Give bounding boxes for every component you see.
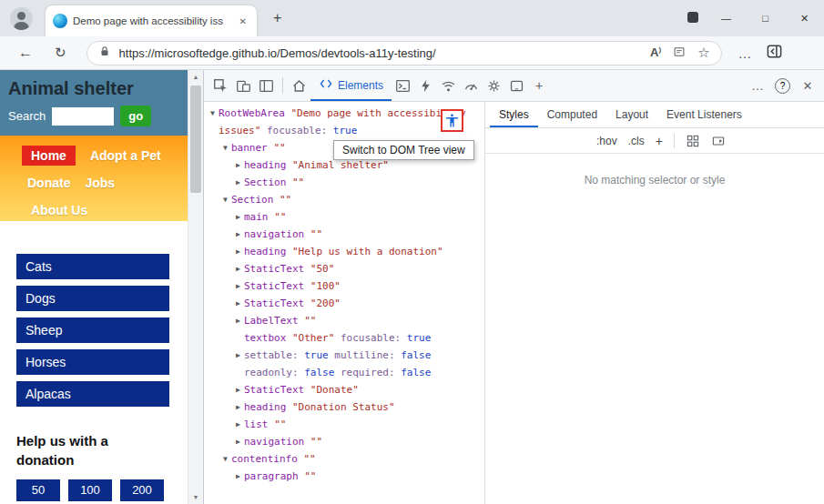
browser-settings-more-icon[interactable]: …: [738, 45, 753, 61]
welcome-tab-home-icon[interactable]: [288, 74, 310, 97]
browser-essentials-icon[interactable]: [679, 10, 707, 26]
donation-amount-100[interactable]: 100: [68, 479, 112, 501]
page-header: Animal shelter Search go: [0, 70, 188, 136]
new-tab-button[interactable]: +: [268, 8, 287, 28]
favorites-star-icon[interactable]: ☆: [697, 45, 709, 61]
page-scrollbar[interactable]: ▲ ▼: [188, 70, 203, 504]
category-button-alpacas[interactable]: Alpacas: [16, 381, 169, 407]
devtools-close-icon[interactable]: ✕: [797, 79, 819, 93]
a11y-tree-node[interactable]: ▶LabelText "": [204, 312, 484, 329]
new-style-rule-button[interactable]: +: [656, 134, 663, 148]
donation-amount-200[interactable]: 200: [120, 479, 164, 501]
category-button-horses[interactable]: Horses: [16, 349, 169, 375]
devices-icon[interactable]: [505, 74, 528, 97]
immersive-reader-icon[interactable]: [673, 45, 686, 61]
back-button[interactable]: ←: [18, 45, 33, 61]
expander-closed-icon[interactable]: ▶: [233, 398, 243, 416]
expander-closed-icon[interactable]: ▶: [233, 312, 243, 329]
a11y-tree-node[interactable]: ▶Section "": [204, 174, 484, 191]
nav-link-adopt-a-pet[interactable]: Adopt a Pet: [90, 148, 161, 163]
tab-close-icon[interactable]: ✕: [237, 15, 249, 28]
expander-closed-icon[interactable]: ▶: [233, 347, 243, 364]
devtools-help-icon[interactable]: ?: [775, 78, 790, 94]
expander-closed-icon[interactable]: ▶: [233, 156, 243, 174]
profile-avatar[interactable]: [10, 7, 33, 30]
a11y-tree-node[interactable]: ▶StaticText "50": [204, 260, 484, 277]
a11y-tree-node[interactable]: ▶StaticText "200": [204, 295, 484, 312]
expander-closed-icon[interactable]: ▶: [233, 468, 243, 485]
nav-link-jobs[interactable]: Jobs: [85, 176, 115, 190]
read-aloud-icon[interactable]: A): [650, 45, 661, 59]
a11y-tree-node[interactable]: ▶StaticText "100": [204, 277, 484, 295]
category-button-dogs[interactable]: Dogs: [16, 286, 169, 311]
expander-closed-icon[interactable]: ▶: [233, 243, 243, 260]
more-tabs-button[interactable]: +: [528, 78, 550, 93]
a11y-tree-node[interactable]: ▶main "": [204, 208, 484, 226]
devtools-more-icon[interactable]: …: [747, 78, 768, 93]
expander-closed-icon[interactable]: ▶: [233, 226, 243, 243]
a11y-tree-node[interactable]: ▶list "": [204, 416, 484, 433]
open-panel-icon[interactable]: [711, 134, 726, 148]
expander-open-icon[interactable]: ▼: [208, 105, 218, 122]
inspect-icon[interactable]: [209, 74, 232, 97]
settings-icon[interactable]: [483, 74, 505, 97]
toggle-element-state-button[interactable]: :hov: [596, 135, 617, 147]
expander-closed-icon[interactable]: ▶: [233, 416, 243, 433]
a11y-tree-node[interactable]: textbox "Other" focusable: true: [204, 329, 484, 347]
expander-closed-icon[interactable]: ▶: [233, 174, 243, 191]
donation-amount-50[interactable]: 50: [16, 479, 60, 501]
device-toolbar-icon[interactable]: [232, 74, 255, 97]
search-input[interactable]: [52, 107, 114, 126]
expander-open-icon[interactable]: ▼: [220, 191, 230, 208]
a11y-tree-node[interactable]: ▶heading "Donation Status": [204, 398, 484, 416]
styles-tab-event-listeners[interactable]: Event Listeners: [657, 102, 751, 127]
sidebar-toggle-icon[interactable]: [766, 43, 783, 64]
computed-styles-grid-icon[interactable]: [686, 134, 700, 148]
a11y-tree-node[interactable]: ▶heading "Help us with a donation": [204, 243, 484, 260]
styles-tab-styles[interactable]: Styles: [490, 102, 538, 127]
network-icon[interactable]: [437, 74, 460, 97]
performance-icon[interactable]: [460, 74, 483, 97]
console-icon[interactable]: [392, 74, 414, 97]
a11y-tree-node[interactable]: ▼contentinfo "": [204, 450, 484, 468]
window-close-button[interactable]: ✕: [785, 13, 824, 25]
browser-tab[interactable]: Demo page with accessibility iss ✕: [46, 5, 257, 36]
a11y-tree-node[interactable]: ▶navigation "": [204, 226, 484, 243]
scroll-up-icon[interactable]: ▲: [188, 74, 203, 80]
issues-icon[interactable]: [414, 74, 437, 97]
a11y-tree-node[interactable]: ▶paragraph "": [204, 468, 484, 485]
category-button-sheep[interactable]: Sheep: [16, 318, 169, 343]
window-minimize-button[interactable]: —: [707, 13, 746, 24]
a11y-tree-node[interactable]: ▶settable: true multiline: false: [204, 347, 484, 364]
search-go-button[interactable]: go: [120, 106, 151, 126]
category-button-cats[interactable]: Cats: [16, 254, 169, 279]
refresh-button[interactable]: ↻: [55, 45, 66, 61]
search-label: Search: [8, 109, 46, 123]
scroll-down-icon[interactable]: ▼: [188, 494, 203, 500]
nav-link-donate[interactable]: Donate: [27, 176, 70, 190]
a11y-tree-node[interactable]: readonly: false required: false: [204, 364, 484, 381]
nav-link-home[interactable]: Home: [22, 146, 76, 166]
expander-closed-icon[interactable]: ▶: [233, 277, 243, 295]
accessibility-tree-toggle-button[interactable]: [441, 109, 463, 132]
focus-panel-icon[interactable]: [255, 74, 278, 97]
element-classes-button[interactable]: .cls: [628, 135, 645, 147]
expander-closed-icon[interactable]: ▶: [233, 381, 243, 398]
address-bar[interactable]: https://microsoftedge.github.io/Demos/de…: [86, 41, 722, 66]
scrollbar-thumb[interactable]: [190, 86, 201, 193]
nav-link-about-us[interactable]: About Us: [31, 203, 87, 217]
expander-open-icon[interactable]: ▼: [220, 139, 230, 156]
expander-closed-icon[interactable]: ▶: [233, 208, 243, 226]
expander-closed-icon[interactable]: ▶: [233, 433, 243, 450]
a11y-tree-node[interactable]: ▼Section "": [204, 191, 484, 208]
expander-closed-icon[interactable]: ▶: [233, 295, 243, 312]
window-maximize-button[interactable]: □: [746, 13, 785, 24]
url-text[interactable]: https://microsoftedge.github.io/Demos/de…: [119, 46, 638, 60]
styles-tab-computed[interactable]: Computed: [538, 102, 606, 127]
tab-elements[interactable]: Elements: [310, 70, 392, 101]
expander-closed-icon[interactable]: ▶: [233, 260, 243, 277]
a11y-tree-node[interactable]: ▶StaticText "Donate": [204, 381, 484, 398]
styles-tab-layout[interactable]: Layout: [606, 102, 657, 127]
a11y-tree-node[interactable]: ▶navigation "": [204, 433, 484, 450]
expander-open-icon[interactable]: ▼: [220, 450, 230, 468]
